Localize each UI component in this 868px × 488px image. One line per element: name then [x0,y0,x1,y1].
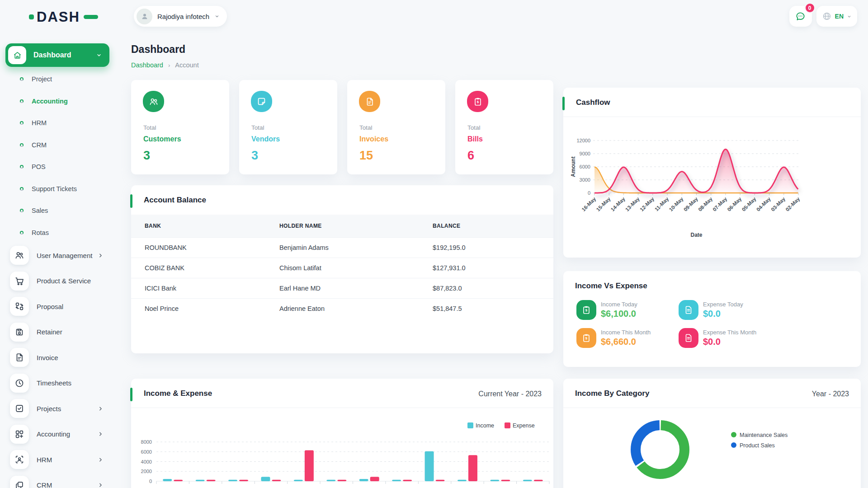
svg-text:02-May: 02-May [784,196,801,212]
table-cell: Earl Hane MD [279,278,433,298]
sidebar-subitem-pos[interactable]: POS [0,156,116,178]
checkbox-icon [10,399,29,418]
users-icon [143,91,164,112]
logo-accent-dot [29,14,34,19]
column-header-holder-name: HOLDER NAME [279,215,433,237]
sidebar-item-projects[interactable]: Projects [0,396,116,422]
table-row[interactable]: ROUNDBANKBenjamin Adams$192,195.0 [131,237,553,258]
table-cell: ROUNDBANK [131,237,279,258]
svg-text:Income: Income [476,422,494,429]
cashflow-chart: 03000600090001200016-May15-May14-May13-M… [563,117,861,258]
ive-value: $0.0 [703,309,721,319]
table-cell: $192,195.0 [433,237,553,258]
svg-text:$: $ [585,308,588,312]
cart-icon [10,272,29,291]
svg-text:Amount: Amount [570,156,576,177]
clipboard-dollar-icon: $ [576,300,596,320]
ive-label: Expense This Month [703,329,756,336]
sidebar-subitem-label: POS [32,163,46,170]
frame-icon [10,476,29,488]
svg-text:Product Sales: Product Sales [740,442,775,449]
sidebar-item-retainer[interactable]: Retainer [0,319,116,345]
svg-text:12-May: 12-May [639,196,655,212]
sidebar-item-accounting[interactable]: Accounting [0,422,116,447]
ive-value: $6,100.0 [601,309,636,319]
svg-text:08-May: 08-May [697,196,713,212]
card-accent-bar [130,194,132,208]
clipboard-dollar-icon: $ [576,328,596,348]
company-switcher[interactable]: Rajodiya infotech [134,6,227,27]
sidebar-item-label: Timesheets [37,379,71,387]
language-selector[interactable]: EN [816,6,857,27]
sidebar-item-label: Accounting [37,430,70,438]
globe-icon [822,11,832,21]
sidebar-item-proposal[interactable]: Proposal [0,294,116,319]
sidebar-subitem-label: Accounting [32,98,68,105]
table-cell: ICICI Bank [131,278,279,298]
svg-text:03-May: 03-May [770,196,786,212]
breadcrumb-dashboard-link[interactable]: Dashboard [131,61,163,69]
svg-text:0: 0 [149,479,152,484]
chevron-right-icon [98,431,104,437]
table-cell: Noel Prince [131,298,279,319]
sidebar-subitem-accounting[interactable]: Accounting [0,90,116,113]
sidebar-subitem-sales[interactable]: Sales [0,200,116,222]
bullet-icon [20,99,24,103]
sidebar-item-dashboard[interactable]: Dashboard [5,43,109,67]
breadcrumb-separator-icon: › [168,62,170,69]
chevron-down-icon [214,14,220,19]
messages-button[interactable]: 0 [789,6,812,27]
svg-text:07-May: 07-May [712,196,728,212]
table-cell: $127,931.0 [433,258,553,278]
sidebar-item-invoice[interactable]: Invoice [0,345,116,371]
bullet-icon [20,121,24,125]
sidebar-item-user-management[interactable]: User Management [0,243,116,268]
sidebar-item-crm[interactable]: CRM [0,473,116,488]
svg-text:6000: 6000 [141,449,152,455]
ive-value: $0.0 [703,337,721,347]
sidebar-subitem-project[interactable]: Project [0,68,116,90]
brand-logo[interactable]: DASH [29,10,98,24]
stat-label: Bills [467,135,483,143]
card-subtitle: Year - 2023 [812,390,849,398]
card-subtitle: Current Year - 2023 [478,390,542,398]
table-row[interactable]: Noel PrinceAdrienne Eaton$51,847.5 [131,298,553,319]
sidebar-subitem-label: CRM [32,141,47,149]
svg-text:0: 0 [588,190,590,196]
svg-text:04-May: 04-May [755,196,772,212]
chevron-right-icon [98,406,104,412]
income-vs-expense-card: Income Vs Expense $Income Today$6,100.0E… [563,271,861,367]
clock-icon [10,374,29,393]
company-name: Rajodiya infotech [157,13,209,20]
stat-prefix: Total [467,124,481,131]
sidebar-subitem-crm[interactable]: CRM [0,134,116,156]
divider [563,408,861,408]
stat-card-total-invoices: TotalInvoices15 [347,80,445,174]
sidebar-item-label: Dashboard [33,51,96,59]
sidebar-item-product-service[interactable]: Product & Service [0,268,116,294]
breadcrumb: Dashboard › Account [131,61,199,69]
table-row[interactable]: COBIZ BANKChisom Latifat$127,931.0 [131,258,553,278]
sidebar-subitem-label: Rotas [32,229,49,236]
chevron-down-icon [847,14,852,19]
chevron-right-icon [98,457,104,463]
language-label: EN [835,13,844,20]
topbar-actions: 0 EN [789,6,857,27]
svg-text:3000: 3000 [580,177,590,183]
sidebar-item-timesheets[interactable]: Timesheets [0,371,116,396]
stat-value: 6 [467,149,474,163]
sidebar-item-label: User Management [37,252,92,259]
table-row[interactable]: ICICI BankEarl Hane MD$87,823.0 [131,278,553,298]
sidebar-subitem-support-tickets[interactable]: Support Tickets [0,178,116,200]
sidebar-subitem-label: Sales [32,207,48,214]
stat-value: 15 [359,149,373,163]
stat-label: Customers [143,135,181,143]
table-header: BANKHOLDER NAMEBALANCE [131,215,553,237]
clipboard-dollar-icon: $ [467,91,488,112]
sidebar-subitem-rotas[interactable]: Rotas [0,222,116,244]
sidebar-item-hrm[interactable]: HRM [0,447,116,473]
stat-prefix: Total [251,124,264,131]
sidebar-subitem-label: HRM [32,119,47,127]
cashflow-card: Cashflow 03000600090001200016-May15-May1… [563,88,861,258]
sidebar-subitem-hrm[interactable]: HRM [0,112,116,134]
